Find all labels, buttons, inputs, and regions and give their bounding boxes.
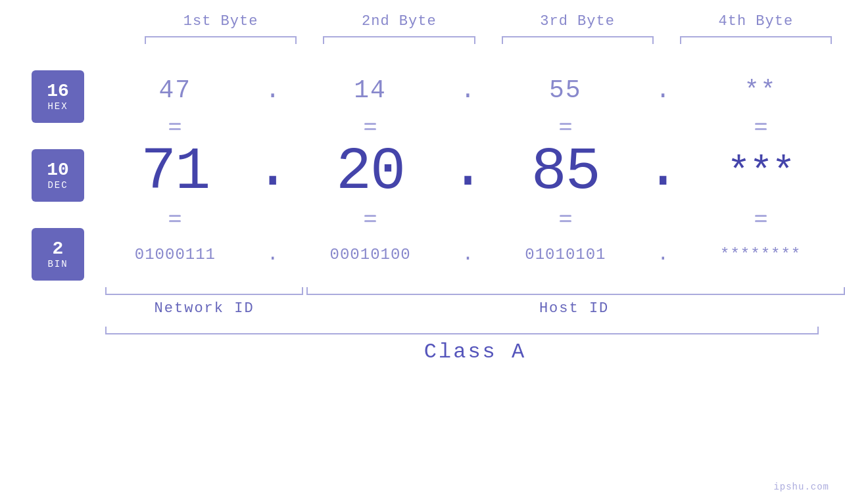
dec-byte-2: 20 xyxy=(286,139,455,206)
dec-badge: 10 DEC xyxy=(32,149,84,202)
eq-double-8 xyxy=(755,215,767,222)
bracket-host xyxy=(306,287,845,295)
hex-dot-1: . xyxy=(260,76,286,104)
eq-double-6 xyxy=(364,215,376,222)
eq-3 xyxy=(481,123,650,130)
eq-8 xyxy=(676,215,845,222)
byte-header-4: 4th Byte xyxy=(667,13,845,30)
hex-row: 47 . 14 . 55 . ** xyxy=(91,64,845,116)
bin-num: 2 xyxy=(53,239,64,260)
dec-byte-4: *** xyxy=(676,150,845,195)
eq-5 xyxy=(91,215,260,222)
eq-double-2 xyxy=(364,123,376,130)
base-labels: 16 HEX 10 DEC 2 BIN xyxy=(0,70,84,281)
class-label: Class A xyxy=(105,340,845,364)
main-container: 1st Byte 2nd Byte 3rd Byte 4th Byte 16 H… xyxy=(0,0,845,504)
hex-dot-3: . xyxy=(650,76,676,104)
dec-name: DEC xyxy=(47,180,68,191)
bracket-3 xyxy=(502,36,654,44)
eq-4 xyxy=(676,123,845,130)
content-area: 16 HEX 10 DEC 2 BIN 47 . xyxy=(0,64,845,281)
eq-double-7 xyxy=(560,215,571,222)
hex-dot-2: . xyxy=(455,76,481,104)
watermark: ipshu.com xyxy=(773,482,829,492)
bin-byte-2: 00010100 xyxy=(286,246,455,263)
eq-double-1 xyxy=(169,123,181,130)
eq-1 xyxy=(91,123,260,130)
byte-header-2: 2nd Byte xyxy=(310,13,488,30)
bin-dot-3: . xyxy=(650,243,676,265)
hex-byte-3: 55 xyxy=(481,76,650,104)
dec-dot-3: . xyxy=(650,139,676,205)
network-id-label: Network ID xyxy=(105,300,303,317)
bottom-brackets xyxy=(105,287,845,295)
bracket-4 xyxy=(680,36,832,44)
dec-dot-1: . xyxy=(260,139,286,205)
byte-header-1: 1st Byte xyxy=(132,13,310,30)
hex-num: 16 xyxy=(47,81,69,102)
byte-header-3: 3rd Byte xyxy=(489,13,667,30)
hex-badge: 16 HEX xyxy=(32,70,84,123)
bin-dot-2: . xyxy=(455,243,481,265)
dec-row: 71 . 20 . 85 . *** xyxy=(91,136,845,208)
class-bracket xyxy=(105,327,819,334)
host-id-label: Host ID xyxy=(303,300,845,317)
eq-double-3 xyxy=(560,123,571,130)
hex-byte-4: ** xyxy=(676,76,845,104)
eq-6 xyxy=(286,215,455,222)
hex-byte-1: 47 xyxy=(91,76,260,104)
bracket-1 xyxy=(145,36,297,44)
bin-row: 01000111 . 00010100 . 01010101 . xyxy=(91,228,845,281)
byte-headers: 1st Byte 2nd Byte 3rd Byte 4th Byte xyxy=(0,13,845,30)
dec-byte-1: 71 xyxy=(91,139,260,206)
eq-double-4 xyxy=(755,123,767,130)
dec-dot-2: . xyxy=(455,139,481,205)
equals-row-2 xyxy=(91,208,845,228)
bin-byte-4: ******** xyxy=(676,246,845,263)
hex-name: HEX xyxy=(47,101,68,112)
dec-num: 10 xyxy=(47,160,69,181)
bin-name: BIN xyxy=(47,259,68,269)
ip-columns: 47 . 14 . 55 . ** xyxy=(84,64,845,281)
bracket-network xyxy=(105,287,303,295)
equals-row-1 xyxy=(91,116,845,136)
eq-7 xyxy=(481,215,650,222)
class-section: Class A xyxy=(0,327,845,364)
bracket-2 xyxy=(323,36,475,44)
hex-byte-2: 14 xyxy=(286,76,455,104)
eq-2 xyxy=(286,123,455,130)
bottom-labels: Network ID Host ID xyxy=(105,300,845,317)
top-brackets xyxy=(0,36,845,44)
bin-byte-3: 01010101 xyxy=(481,246,650,263)
bin-badge: 2 BIN xyxy=(32,228,84,281)
dec-byte-3: 85 xyxy=(481,139,650,206)
bottom-section: Network ID Host ID xyxy=(0,287,845,317)
bin-dot-1: . xyxy=(260,243,286,265)
bin-byte-1: 01000111 xyxy=(91,246,260,263)
eq-double-5 xyxy=(169,215,181,222)
